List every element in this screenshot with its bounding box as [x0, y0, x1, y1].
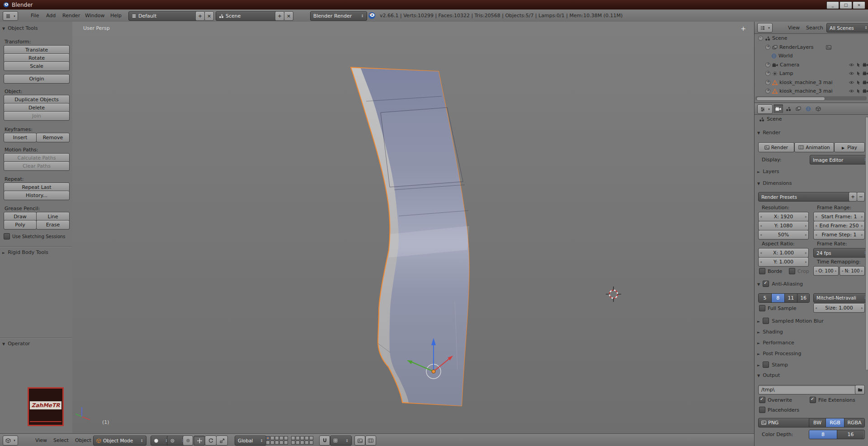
- close-button[interactable]: ×: [853, 1, 865, 9]
- file-format-selector[interactable]: PNG: [758, 418, 814, 427]
- selectable-cursor-icon[interactable]: [857, 80, 860, 85]
- layer-toggle[interactable]: [296, 436, 300, 440]
- layer-toggle[interactable]: [279, 441, 283, 445]
- grease-poly-button[interactable]: Poly: [4, 220, 37, 230]
- outliner-hscroll-thumb[interactable]: [756, 97, 825, 101]
- outliner-row-lamp[interactable]: Lamp: [765, 69, 868, 78]
- editor-type-selector-properties[interactable]: [757, 104, 773, 114]
- play-button[interactable]: Play: [834, 142, 865, 152]
- placeholders-checkbox[interactable]: [759, 407, 765, 413]
- outliner-menu-view[interactable]: View: [786, 22, 802, 33]
- browse-output-button[interactable]: [855, 385, 865, 394]
- menu-render[interactable]: Render: [61, 9, 82, 22]
- aa-size-field[interactable]: Size: 1.000: [813, 303, 865, 313]
- render-presets-selector[interactable]: Render Presets: [758, 192, 854, 202]
- snap-toggle[interactable]: [319, 436, 330, 446]
- eye-icon[interactable]: [849, 71, 854, 75]
- aa-samples-5[interactable]: 5: [759, 294, 772, 302]
- motion-blur-panel-header[interactable]: Sampled Motion Blur: [757, 318, 824, 324]
- layer-toggle[interactable]: [291, 441, 295, 445]
- visibility-icons[interactable]: [849, 71, 868, 76]
- maximize-button[interactable]: □: [840, 1, 852, 9]
- operator-panel-header[interactable]: Operator: [2, 341, 30, 347]
- remove-preset-button[interactable]: −: [857, 192, 865, 202]
- overwrite-row[interactable]: Overwrite: [759, 397, 792, 403]
- tab-scene[interactable]: [783, 104, 793, 113]
- layer-toggle[interactable]: [279, 436, 283, 440]
- layer-toggle[interactable]: [305, 441, 309, 445]
- history-button[interactable]: History...: [4, 191, 70, 200]
- shading-panel-header[interactable]: Shading: [757, 329, 783, 335]
- layer-toggle[interactable]: [305, 436, 309, 440]
- outliner-hscroll-track[interactable]: [755, 96, 867, 100]
- outliner-filter-selector[interactable]: All Scenes: [826, 23, 868, 33]
- render-toggle-camera-icon[interactable]: [863, 80, 868, 85]
- clear-paths-button[interactable]: Clear Paths: [4, 161, 70, 171]
- collapse-icon[interactable]: [758, 36, 763, 41]
- crop-row[interactable]: Crop: [789, 268, 809, 274]
- outliner-row-kiosk-1[interactable]: kiosk_machine_3 main: [765, 78, 868, 87]
- outliner-row-camera[interactable]: Camera: [765, 61, 868, 69]
- grease-erase-button[interactable]: Erase: [36, 220, 70, 230]
- layer-toggle[interactable]: [275, 436, 279, 440]
- expand-icon[interactable]: [765, 45, 770, 50]
- tab-object[interactable]: [813, 104, 823, 113]
- layer-1-toggle[interactable]: [266, 436, 270, 440]
- opengl-render-image-button[interactable]: [354, 436, 365, 446]
- eye-icon[interactable]: [849, 80, 854, 85]
- overwrite-checkbox[interactable]: [759, 397, 765, 403]
- layer-toggle[interactable]: [296, 441, 300, 445]
- channel-rgb[interactable]: RGB: [826, 418, 844, 427]
- render-panel-header[interactable]: Render: [757, 130, 780, 136]
- layer-toggle-group-2[interactable]: [291, 436, 313, 445]
- render-engine-selector[interactable]: Blender Render: [310, 11, 367, 21]
- layer-toggle[interactable]: [300, 441, 304, 445]
- channel-bw[interactable]: BW: [809, 418, 826, 427]
- motion-blur-checkbox[interactable]: [763, 318, 769, 324]
- renderable-icons[interactable]: [826, 45, 831, 50]
- placeholders-row[interactable]: Placeholders: [759, 407, 799, 413]
- render-toggle-icon[interactable]: [826, 45, 831, 50]
- expand-icon[interactable]: [765, 62, 770, 67]
- remove-keyframe-button[interactable]: Remove: [36, 133, 70, 142]
- aspect-y-field[interactable]: Y: 1.000: [758, 257, 809, 267]
- render-toggle-camera-icon[interactable]: [863, 89, 868, 93]
- remove-scene-button[interactable]: ×: [284, 11, 293, 21]
- editor-type-selector-outliner[interactable]: [757, 23, 773, 33]
- aa-samples-11[interactable]: 11: [785, 294, 798, 302]
- file-extensions-checkbox[interactable]: [810, 397, 816, 403]
- mode-selector[interactable]: Object Mode: [93, 436, 146, 446]
- anti-aliasing-checkbox[interactable]: [763, 281, 769, 287]
- layer-toggle[interactable]: [266, 441, 270, 445]
- minimize-button[interactable]: _: [826, 1, 839, 9]
- origin-button[interactable]: Origin: [4, 74, 70, 84]
- selectable-cursor-icon[interactable]: [857, 62, 860, 67]
- post-processing-panel-header[interactable]: Post Processing: [757, 351, 801, 357]
- menu-view[interactable]: View: [33, 434, 49, 446]
- menu-select[interactable]: Select: [52, 434, 71, 446]
- expand-icon[interactable]: [765, 71, 770, 76]
- layer-toggle[interactable]: [291, 436, 295, 440]
- screen-layout-selector[interactable]: Default: [128, 11, 201, 21]
- aspect-x-field[interactable]: X: 1.000: [758, 248, 809, 258]
- layer-toggle[interactable]: [270, 436, 274, 440]
- layer-toggle[interactable]: [270, 441, 274, 445]
- layer-toggle[interactable]: [309, 441, 313, 445]
- viewport-3d[interactable]: User Persp + (1): [72, 22, 754, 433]
- expand-icon[interactable]: [765, 89, 770, 94]
- channel-rgba[interactable]: RGBA: [844, 418, 864, 427]
- crop-checkbox[interactable]: [789, 268, 795, 274]
- display-selector[interactable]: Image Editor: [810, 155, 868, 164]
- add-scene-button[interactable]: +: [275, 11, 284, 21]
- visibility-icons[interactable]: [849, 89, 868, 94]
- insert-keyframe-button[interactable]: Insert: [4, 133, 37, 142]
- eye-icon[interactable]: [849, 89, 854, 93]
- scale-button[interactable]: Scale: [4, 61, 70, 71]
- editor-type-selector-3dview[interactable]: [3, 436, 18, 446]
- add-layout-button[interactable]: +: [195, 11, 205, 21]
- menu-object[interactable]: Object: [73, 434, 93, 446]
- visibility-icons[interactable]: [849, 62, 868, 67]
- manipulator-translate-toggle[interactable]: [193, 436, 205, 446]
- layer-toggle[interactable]: [284, 436, 288, 440]
- kiosk-model[interactable]: [351, 67, 469, 406]
